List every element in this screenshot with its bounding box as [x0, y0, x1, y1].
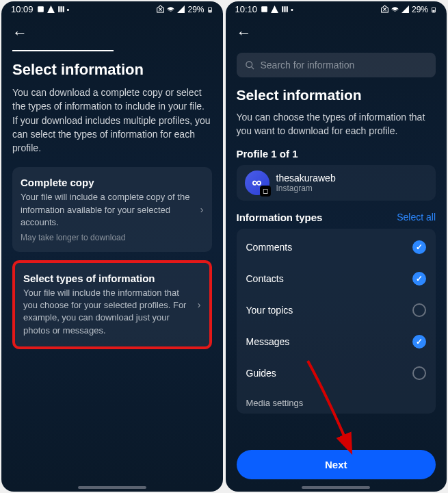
status-system-icons	[156, 5, 185, 14]
status-time: 10:09	[11, 4, 34, 14]
info-item-label: Messages	[246, 336, 290, 347]
svg-rect-2	[209, 10, 211, 11]
next-button[interactable]: Next	[237, 450, 436, 479]
info-item-label: Comments	[246, 242, 293, 253]
battery-icon	[207, 5, 213, 14]
info-item-label: Your topics	[246, 305, 293, 316]
statusbar: 10:09 • 29%	[1, 1, 223, 16]
instagram-badge-icon: ◻	[260, 186, 271, 197]
home-indicator[interactable]	[302, 486, 370, 489]
option-title: Select types of information	[23, 273, 192, 284]
status-battery-pct: 29%	[187, 5, 204, 14]
phone-screen-1: 10:09 • 29% ← Select information You can…	[1, 1, 223, 492]
search-input[interactable]: Search for information	[237, 53, 436, 77]
avatar: ◻	[245, 170, 269, 195]
status-notification-icons: •	[36, 5, 70, 14]
checkbox-unchecked-icon[interactable]	[412, 366, 426, 380]
page-subtitle: You can download a complete copy or sele…	[12, 86, 212, 155]
status-time: 10:10	[235, 4, 258, 14]
option-select-types[interactable]: Select types of information Your file wi…	[12, 260, 212, 349]
info-item-messages[interactable]: Messages	[237, 326, 436, 357]
profile-platform: Instagram	[276, 184, 336, 193]
svg-rect-3	[261, 6, 267, 12]
checkbox-unchecked-icon[interactable]	[412, 303, 426, 317]
profile-section-header: Profile 1 of 1	[226, 148, 447, 160]
svg-rect-5	[432, 10, 434, 11]
back-button[interactable]: ←	[237, 24, 252, 42]
chevron-right-icon: ›	[200, 204, 204, 215]
chevron-right-icon: ›	[198, 299, 201, 310]
info-item-guides[interactable]: Guides	[237, 357, 436, 389]
info-types-header: Information types	[237, 212, 323, 223]
status-battery-pct: 29%	[412, 5, 428, 14]
divider	[12, 50, 114, 51]
info-types-list: Comments Contacts Your topics Messages G…	[237, 229, 436, 414]
info-item-your-topics[interactable]: Your topics	[237, 294, 436, 326]
search-placeholder: Search for information	[261, 60, 355, 71]
page-title: Select information	[237, 87, 436, 103]
info-item-label: Contacts	[246, 273, 284, 284]
option-title: Complete copy	[21, 177, 195, 188]
page-title: Select information	[12, 61, 212, 79]
svg-point-6	[246, 61, 252, 67]
svg-rect-0	[38, 6, 44, 12]
option-note: May take longer to download	[21, 233, 195, 242]
battery-icon	[430, 5, 437, 14]
page-subtitle: You can choose the types of information …	[237, 110, 436, 138]
checkbox-checked-icon[interactable]	[412, 335, 426, 349]
back-button[interactable]: ←	[12, 24, 27, 42]
checkbox-checked-icon[interactable]	[412, 272, 426, 286]
option-desc: Your file will include a complete copy o…	[21, 191, 195, 229]
option-complete-copy[interactable]: Complete copy Your file will include a c…	[12, 167, 212, 252]
info-item-label: Guides	[246, 368, 276, 379]
info-item-media-settings[interactable]: Media settings	[237, 389, 436, 411]
status-system-icons	[380, 5, 410, 14]
statusbar: 10:10 • 29%	[226, 1, 447, 16]
search-icon	[245, 60, 255, 71]
home-indicator[interactable]	[78, 486, 146, 489]
info-item-contacts[interactable]: Contacts	[237, 263, 436, 294]
info-item-comments[interactable]: Comments	[237, 231, 436, 263]
profile-username: thesakuraweb	[276, 173, 336, 184]
checkbox-checked-icon[interactable]	[412, 240, 426, 254]
phone-screen-2: 10:10 • 29% ← Search for information Sel…	[226, 1, 447, 492]
select-all-button[interactable]: Select all	[397, 212, 436, 223]
option-desc: Your file will include the information t…	[23, 287, 192, 337]
svg-line-7	[251, 66, 254, 69]
info-item-label: Media settings	[246, 398, 304, 408]
profile-card[interactable]: ◻ thesakuraweb Instagram	[237, 165, 436, 201]
status-notification-icons: •	[260, 5, 293, 14]
